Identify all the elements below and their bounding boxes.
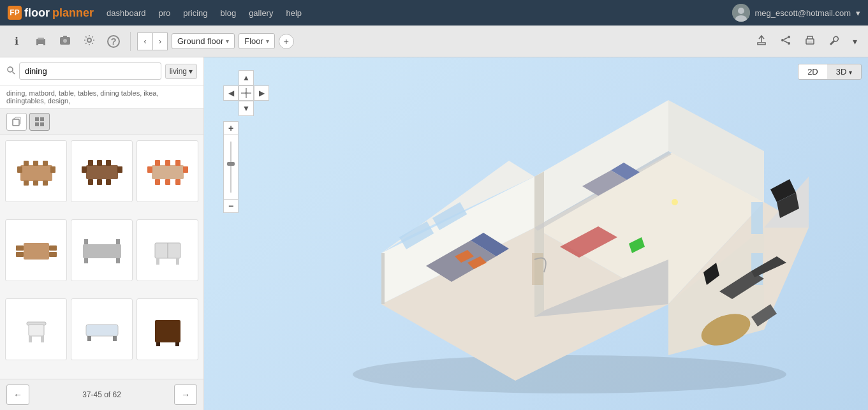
svg-rect-47	[165, 160, 170, 166]
view-toggle	[0, 109, 203, 135]
prev-page-button[interactable]: ←	[6, 384, 29, 405]
list-item[interactable]	[5, 140, 67, 202]
list-item[interactable]	[71, 140, 133, 202]
user-menu[interactable]: meg_escott@hotmail.com ▾	[732, 4, 860, 22]
pan-controls: ▲ ◀ ▶ ▼	[223, 70, 269, 116]
svg-rect-43	[152, 165, 184, 179]
nav-pricing[interactable]: pricing	[183, 8, 207, 18]
view-grid-button[interactable]	[29, 113, 50, 131]
svg-rect-3	[36, 39, 45, 44]
svg-point-18	[8, 67, 13, 72]
list-item[interactable]	[5, 298, 67, 360]
nav-help[interactable]: help	[286, 8, 302, 18]
svg-rect-24	[40, 122, 44, 126]
print-button[interactable]	[800, 31, 820, 52]
svg-point-12	[781, 39, 784, 41]
zoom-thumb[interactable]	[227, 162, 235, 166]
toolbar-right: ▾	[751, 31, 862, 52]
add-floor-button[interactable]: +	[279, 34, 294, 49]
svg-rect-49	[155, 179, 160, 185]
search-input[interactable]	[19, 62, 161, 80]
nav-dashboard[interactable]: dashboard	[107, 8, 145, 18]
pan-up-button[interactable]: ▲	[239, 70, 254, 85]
zoom-in-button[interactable]: +	[223, 121, 239, 135]
prev-arrow-button[interactable]: ‹	[137, 33, 152, 50]
avatar	[732, 4, 750, 22]
list-item[interactable]	[5, 219, 67, 281]
svg-rect-26	[17, 166, 22, 173]
logo-text: floor	[24, 6, 50, 20]
svg-rect-34	[86, 165, 118, 179]
info-button[interactable]: ℹ	[6, 31, 27, 52]
furniture-icon	[34, 34, 47, 49]
svg-rect-73	[155, 320, 180, 342]
svg-rect-54	[49, 245, 57, 251]
list-item[interactable]	[71, 298, 133, 360]
svg-point-11	[788, 36, 790, 38]
next-arrow-button[interactable]: ›	[152, 33, 168, 50]
svg-rect-59	[116, 258, 120, 263]
wrench-button[interactable]	[824, 31, 844, 52]
svg-rect-38	[97, 160, 102, 166]
svg-rect-75	[175, 342, 179, 346]
pan-center-button[interactable]	[239, 85, 254, 101]
logo-icon: FP	[8, 6, 22, 20]
filter-dropdown[interactable]: living ▾	[165, 64, 197, 79]
photo-button[interactable]	[55, 31, 75, 52]
share-icon	[780, 34, 791, 48]
info-icon: ℹ	[15, 35, 18, 47]
svg-rect-22	[40, 117, 44, 121]
svg-point-8	[63, 39, 67, 43]
svg-rect-17	[807, 41, 813, 43]
svg-rect-6	[43, 43, 45, 45]
print-icon	[804, 34, 816, 48]
pan-right-button[interactable]: ▶	[254, 85, 269, 101]
svg-line-15	[784, 41, 788, 43]
app-logo[interactable]: FP floor planner	[8, 6, 94, 20]
more-arrow: ▾	[853, 36, 857, 47]
list-item[interactable]	[71, 219, 133, 281]
svg-point-79	[353, 355, 786, 393]
2d-view-button[interactable]: 2D	[798, 64, 827, 79]
zoom-out-button[interactable]: −	[223, 199, 239, 213]
ground-floor-dropdown[interactable]: Ground floor ▾	[172, 33, 235, 49]
svg-marker-90	[534, 172, 544, 317]
svg-rect-55	[16, 252, 24, 257]
svg-point-10	[87, 38, 91, 42]
share-button[interactable]	[776, 31, 796, 52]
list-item[interactable]	[136, 140, 198, 202]
floor-dropdown[interactable]: Floor ▾	[239, 33, 275, 49]
logo-text2: planner	[52, 6, 94, 20]
sidebar: living ▾ dining, matbord, table, tables,…	[0, 57, 204, 410]
furniture-button[interactable]	[31, 31, 51, 52]
3d-view-button[interactable]: 3D ▾	[827, 64, 861, 79]
user-email: meg_escott@hotmail.com	[755, 8, 851, 18]
svg-rect-25	[20, 165, 52, 181]
help-button[interactable]: ?	[103, 31, 124, 52]
pan-left-button[interactable]: ◀	[223, 85, 239, 101]
list-item[interactable]	[136, 219, 198, 281]
svg-rect-58	[84, 258, 88, 263]
svg-rect-51	[175, 179, 180, 185]
nav-blog[interactable]: blog	[221, 8, 237, 18]
furniture-grid	[0, 135, 203, 379]
svg-rect-72	[113, 336, 117, 341]
canvas-area[interactable]: ▲ ◀ ▶ ▼ + − 2D 3D ▾	[204, 57, 868, 410]
floor-label: Floor	[244, 36, 263, 46]
list-item[interactable]	[136, 298, 198, 360]
settings-button[interactable]	[79, 31, 99, 52]
nav-gallery[interactable]: gallery	[249, 8, 273, 18]
next-page-button[interactable]: →	[174, 384, 197, 405]
view-3d-button[interactable]	[6, 113, 27, 131]
pan-down-button[interactable]: ▼	[239, 101, 254, 116]
svg-rect-61	[116, 239, 120, 244]
svg-rect-50	[165, 179, 170, 185]
more-button[interactable]: ▾	[848, 33, 862, 50]
export-button[interactable]	[751, 31, 772, 52]
ground-floor-arrow: ▾	[226, 38, 229, 45]
svg-rect-32	[33, 180, 38, 186]
svg-rect-5	[36, 43, 38, 45]
nav-pro[interactable]: pro	[158, 8, 170, 18]
svg-rect-4	[38, 38, 44, 40]
svg-point-78	[245, 92, 247, 94]
